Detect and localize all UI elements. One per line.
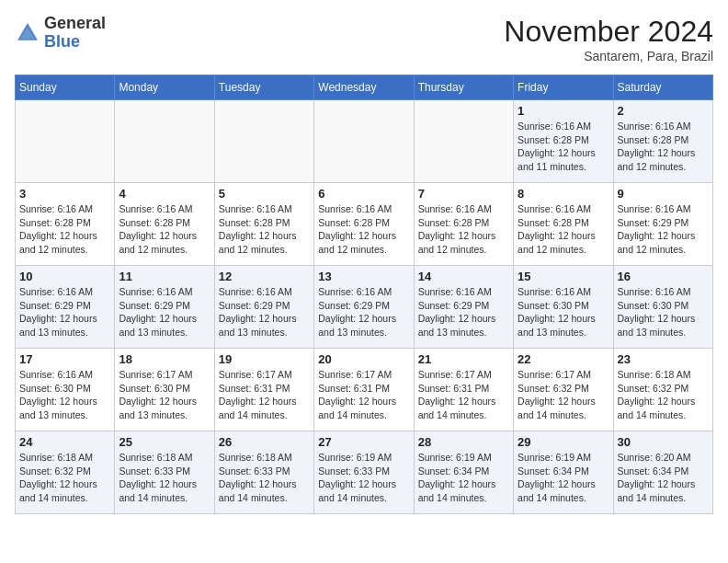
calendar-week-row: 1Sunrise: 6:16 AM Sunset: 6:28 PM Daylig… [16, 100, 713, 183]
calendar-cell: 1Sunrise: 6:16 AM Sunset: 6:28 PM Daylig… [514, 100, 613, 183]
day-number: 16 [618, 270, 709, 283]
day-info: Sunrise: 6:18 AM Sunset: 6:32 PM Dayligh… [19, 451, 110, 505]
location-subtitle: Santarem, Para, Brazil [504, 49, 713, 63]
day-number: 9 [618, 187, 709, 201]
day-number: 24 [19, 435, 110, 449]
calendar-cell: 11Sunrise: 6:16 AM Sunset: 6:29 PM Dayli… [115, 266, 214, 349]
day-info: Sunrise: 6:16 AM Sunset: 6:29 PM Dayligh… [19, 285, 110, 339]
day-header-friday: Friday [514, 75, 613, 100]
day-info: Sunrise: 6:18 AM Sunset: 6:33 PM Dayligh… [219, 451, 310, 505]
calendar-cell: 9Sunrise: 6:16 AM Sunset: 6:29 PM Daylig… [613, 183, 712, 266]
day-number: 17 [19, 352, 110, 366]
day-info: Sunrise: 6:16 AM Sunset: 6:28 PM Dayligh… [618, 120, 709, 174]
calendar-cell: 26Sunrise: 6:18 AM Sunset: 6:33 PM Dayli… [214, 431, 313, 514]
calendar-cell: 23Sunrise: 6:18 AM Sunset: 6:32 PM Dayli… [613, 349, 712, 431]
calendar-cell: 25Sunrise: 6:18 AM Sunset: 6:33 PM Dayli… [115, 431, 214, 514]
day-header-saturday: Saturday [613, 75, 712, 100]
day-info: Sunrise: 6:17 AM Sunset: 6:31 PM Dayligh… [219, 368, 310, 422]
day-header-thursday: Thursday [414, 75, 513, 100]
title-block: November 2024 Santarem, Para, Brazil [504, 15, 713, 63]
calendar-cell: 18Sunrise: 6:17 AM Sunset: 6:30 PM Dayli… [115, 349, 214, 431]
calendar-cell: 27Sunrise: 6:19 AM Sunset: 6:33 PM Dayli… [314, 431, 414, 514]
day-info: Sunrise: 6:19 AM Sunset: 6:33 PM Dayligh… [318, 451, 409, 505]
day-info: Sunrise: 6:16 AM Sunset: 6:28 PM Dayligh… [418, 202, 509, 257]
day-number: 20 [318, 352, 409, 366]
calendar-cell: 29Sunrise: 6:19 AM Sunset: 6:34 PM Dayli… [514, 431, 613, 514]
calendar-week-row: 3Sunrise: 6:16 AM Sunset: 6:28 PM Daylig… [16, 183, 713, 266]
calendar-table: SundayMondayTuesdayWednesdayThursdayFrid… [15, 75, 713, 514]
calendar-cell: 24Sunrise: 6:18 AM Sunset: 6:32 PM Dayli… [16, 431, 115, 514]
day-info: Sunrise: 6:16 AM Sunset: 6:29 PM Dayligh… [418, 285, 509, 339]
day-info: Sunrise: 6:20 AM Sunset: 6:34 PM Dayligh… [618, 451, 709, 505]
day-number: 18 [119, 352, 210, 366]
day-number: 23 [618, 352, 709, 366]
day-info: Sunrise: 6:16 AM Sunset: 6:28 PM Dayligh… [19, 202, 110, 257]
day-number: 1 [518, 104, 609, 118]
day-info: Sunrise: 6:17 AM Sunset: 6:30 PM Dayligh… [119, 368, 210, 422]
day-info: Sunrise: 6:16 AM Sunset: 6:29 PM Dayligh… [618, 202, 709, 257]
calendar-cell: 20Sunrise: 6:17 AM Sunset: 6:31 PM Dayli… [314, 349, 414, 431]
day-info: Sunrise: 6:18 AM Sunset: 6:32 PM Dayligh… [618, 368, 709, 422]
day-number: 22 [518, 352, 609, 366]
day-number: 21 [418, 352, 509, 366]
day-header-monday: Monday [115, 75, 214, 100]
calendar-cell [214, 100, 313, 183]
logo-general-text: General [44, 14, 106, 32]
day-number: 11 [119, 270, 210, 283]
day-header-tuesday: Tuesday [214, 75, 313, 100]
calendar-cell: 15Sunrise: 6:16 AM Sunset: 6:30 PM Dayli… [514, 266, 613, 349]
calendar-cell: 4Sunrise: 6:16 AM Sunset: 6:28 PM Daylig… [115, 183, 214, 266]
calendar-cell [414, 100, 513, 183]
logo: General Blue [15, 15, 106, 52]
month-title: November 2024 [504, 15, 713, 49]
day-info: Sunrise: 6:18 AM Sunset: 6:33 PM Dayligh… [119, 451, 210, 505]
calendar-cell: 12Sunrise: 6:16 AM Sunset: 6:29 PM Dayli… [214, 266, 313, 349]
calendar-cell: 8Sunrise: 6:16 AM Sunset: 6:28 PM Daylig… [514, 183, 613, 266]
calendar-header-row: SundayMondayTuesdayWednesdayThursdayFrid… [16, 75, 713, 100]
day-info: Sunrise: 6:19 AM Sunset: 6:34 PM Dayligh… [518, 451, 609, 505]
day-number: 2 [618, 104, 709, 118]
calendar-cell: 7Sunrise: 6:16 AM Sunset: 6:28 PM Daylig… [414, 183, 513, 266]
day-info: Sunrise: 6:16 AM Sunset: 6:29 PM Dayligh… [119, 285, 210, 339]
day-info: Sunrise: 6:17 AM Sunset: 6:31 PM Dayligh… [418, 368, 509, 422]
calendar-cell: 13Sunrise: 6:16 AM Sunset: 6:29 PM Dayli… [314, 266, 414, 349]
day-number: 6 [318, 187, 409, 201]
day-number: 5 [219, 187, 310, 201]
calendar-cell [16, 100, 115, 183]
calendar-cell: 10Sunrise: 6:16 AM Sunset: 6:29 PM Dayli… [16, 266, 115, 349]
day-number: 14 [418, 270, 509, 283]
calendar-cell: 16Sunrise: 6:16 AM Sunset: 6:30 PM Dayli… [613, 266, 712, 349]
day-info: Sunrise: 6:16 AM Sunset: 6:28 PM Dayligh… [318, 202, 409, 257]
day-info: Sunrise: 6:16 AM Sunset: 6:30 PM Dayligh… [618, 285, 709, 339]
calendar-cell: 19Sunrise: 6:17 AM Sunset: 6:31 PM Dayli… [214, 349, 313, 431]
day-number: 19 [219, 352, 310, 366]
day-header-sunday: Sunday [16, 75, 115, 100]
day-info: Sunrise: 6:19 AM Sunset: 6:34 PM Dayligh… [418, 451, 509, 505]
day-number: 13 [318, 270, 409, 283]
day-number: 7 [418, 187, 509, 201]
day-info: Sunrise: 6:16 AM Sunset: 6:28 PM Dayligh… [219, 202, 310, 257]
calendar-cell: 21Sunrise: 6:17 AM Sunset: 6:31 PM Dayli… [414, 349, 513, 431]
calendar-cell: 2Sunrise: 6:16 AM Sunset: 6:28 PM Daylig… [613, 100, 712, 183]
calendar-week-row: 24Sunrise: 6:18 AM Sunset: 6:32 PM Dayli… [16, 431, 713, 514]
day-number: 10 [19, 270, 110, 283]
day-number: 28 [418, 435, 509, 449]
calendar-cell [115, 100, 214, 183]
day-info: Sunrise: 6:16 AM Sunset: 6:29 PM Dayligh… [318, 285, 409, 339]
day-number: 12 [219, 270, 310, 283]
calendar-cell: 17Sunrise: 6:16 AM Sunset: 6:30 PM Dayli… [16, 349, 115, 431]
day-number: 15 [518, 270, 609, 283]
calendar-week-row: 17Sunrise: 6:16 AM Sunset: 6:30 PM Dayli… [16, 349, 713, 431]
day-number: 25 [119, 435, 210, 449]
calendar-cell: 22Sunrise: 6:17 AM Sunset: 6:32 PM Dayli… [514, 349, 613, 431]
day-number: 29 [518, 435, 609, 449]
day-info: Sunrise: 6:17 AM Sunset: 6:32 PM Dayligh… [518, 368, 609, 422]
day-number: 30 [618, 435, 709, 449]
calendar-cell: 6Sunrise: 6:16 AM Sunset: 6:28 PM Daylig… [314, 183, 414, 266]
day-number: 4 [119, 187, 210, 201]
calendar-cell: 14Sunrise: 6:16 AM Sunset: 6:29 PM Dayli… [414, 266, 513, 349]
logo-icon [15, 20, 40, 46]
day-info: Sunrise: 6:16 AM Sunset: 6:29 PM Dayligh… [219, 285, 310, 339]
calendar-cell: 28Sunrise: 6:19 AM Sunset: 6:34 PM Dayli… [414, 431, 513, 514]
calendar-cell: 3Sunrise: 6:16 AM Sunset: 6:28 PM Daylig… [16, 183, 115, 266]
